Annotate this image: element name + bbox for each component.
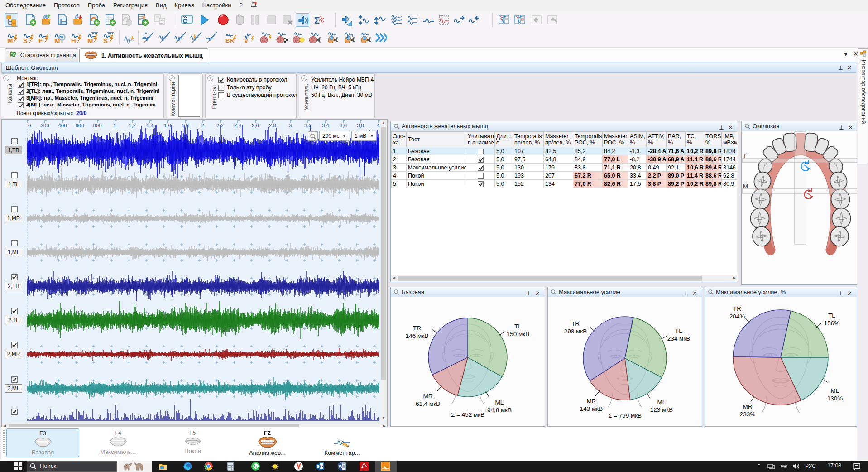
svg-text:S: S	[23, 37, 28, 44]
svg-text:2: 2	[201, 123, 204, 128]
svg-text:M: M	[87, 37, 93, 44]
svg-text:298 мкВ: 298 мкВ	[564, 328, 587, 335]
svg-text:1,6: 1,6	[164, 123, 171, 128]
svg-text:204%: 204%	[729, 313, 745, 320]
svg-text:3,8: 3,8	[357, 123, 364, 128]
svg-text:ML: ML	[495, 399, 504, 406]
svg-text:BR: BR	[225, 37, 234, 44]
svg-text:V: V	[244, 37, 249, 44]
svg-text:3,6: 3,6	[340, 123, 347, 128]
svg-text:1,8: 1,8	[182, 123, 189, 128]
svg-text:800: 800	[93, 123, 101, 128]
svg-text:2,2: 2,2	[216, 123, 224, 128]
svg-text:61,4 мкВ: 61,4 мкВ	[416, 400, 440, 407]
svg-text:M: M	[743, 183, 748, 190]
svg-text:Σ: Σ	[314, 15, 320, 25]
svg-text:Σ = 799 мкВ: Σ = 799 мкВ	[608, 412, 642, 419]
svg-text:233%: 233%	[740, 411, 756, 418]
svg-text:MR: MR	[423, 393, 433, 400]
svg-text:ML: ML	[657, 399, 666, 405]
svg-text:3,2: 3,2	[304, 123, 312, 128]
svg-text:600: 600	[75, 123, 84, 128]
svg-text:TR: TR	[733, 305, 741, 312]
svg-text:143 мкВ: 143 мкВ	[580, 405, 603, 412]
svg-text:T: T	[743, 153, 747, 159]
svg-text:1,2: 1,2	[129, 123, 136, 128]
svg-text:146 мкВ: 146 мкВ	[406, 332, 428, 339]
svg-text:3: 3	[289, 123, 292, 128]
svg-text:150 мкВ: 150 мкВ	[507, 331, 529, 337]
svg-text:400: 400	[58, 123, 67, 128]
svg-text:3,4: 3,4	[322, 123, 330, 128]
svg-text:TR: TR	[571, 320, 580, 327]
svg-text:123 мкВ: 123 мкВ	[650, 406, 673, 413]
svg-text:MR: MR	[587, 398, 596, 405]
svg-text:TL: TL	[675, 328, 682, 334]
svg-text:Σ = 452 мкВ: Σ = 452 мкВ	[451, 411, 484, 418]
svg-text:M: M	[7, 37, 13, 44]
svg-text:TR: TR	[413, 325, 421, 332]
svg-text:2,8: 2,8	[269, 123, 276, 128]
svg-text:F: F	[38, 37, 43, 44]
svg-text:2,6: 2,6	[252, 123, 259, 128]
svg-text:1,4: 1,4	[146, 123, 154, 128]
svg-text:TL: TL	[514, 323, 522, 330]
svg-text:0: 0	[28, 123, 31, 128]
svg-text:S: S	[103, 37, 108, 44]
svg-text:234 мкВ: 234 мкВ	[667, 335, 690, 342]
svg-text:4: 4	[377, 123, 380, 128]
svg-text:2,4: 2,4	[234, 123, 242, 128]
svg-text:MR: MR	[743, 403, 753, 410]
svg-text:1: 1	[114, 123, 116, 128]
svg-text:200: 200	[40, 123, 49, 128]
svg-text:TL: TL	[828, 312, 835, 319]
svg-text:156%: 156%	[824, 320, 840, 327]
svg-text:W: W	[339, 464, 343, 469]
svg-text:130%: 130%	[827, 395, 843, 402]
svg-text:H: H	[71, 37, 76, 44]
svg-text:ML: ML	[831, 387, 839, 394]
svg-text:94,8 мкВ: 94,8 мкВ	[487, 407, 512, 414]
